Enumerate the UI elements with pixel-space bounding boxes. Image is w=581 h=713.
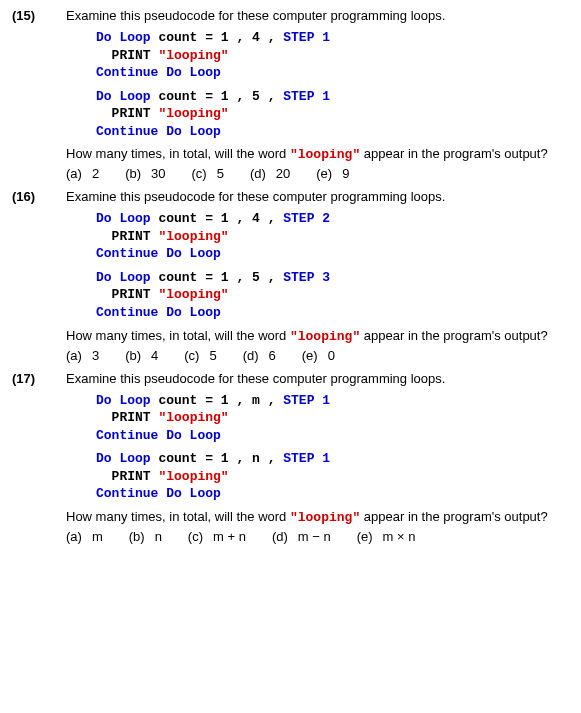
option-value: 6 (269, 348, 276, 363)
question-followup: How many times, in total, will the word … (66, 509, 569, 525)
code-string: "looping" (158, 410, 228, 425)
option-label: (e) (316, 166, 332, 181)
option-a: (a)3 (66, 348, 99, 363)
option-value: 9 (342, 166, 349, 181)
option-value: 5 (217, 166, 224, 181)
followup-text: How many times, in total, will the word (66, 509, 290, 524)
code-string: "looping" (158, 287, 228, 302)
code-keyword: Do Loop (96, 270, 151, 285)
answer-options: (a)3 (b)4 (c)5 (d)6 (e)0 (66, 348, 569, 363)
followup-text: How many times, in total, will the word (66, 146, 290, 161)
option-value: 20 (276, 166, 290, 181)
code-text: count = 1 , m , (151, 393, 284, 408)
option-e: (e)m × n (357, 529, 416, 544)
code-text: count = 1 , 4 , (151, 211, 284, 226)
option-value: n (155, 529, 162, 544)
question-header: (17) Examine this pseudocode for these c… (12, 371, 569, 386)
code-keyword: STEP 1 (283, 89, 330, 104)
question-header: (16) Examine this pseudocode for these c… (12, 189, 569, 204)
option-b: (b)n (129, 529, 162, 544)
option-e: (e)9 (316, 166, 349, 181)
question-number: (17) (12, 371, 66, 386)
followup-code: "looping" (290, 329, 360, 344)
code-text: count = 1 , 5 , (151, 89, 284, 104)
option-value: 3 (92, 348, 99, 363)
option-e: (e)0 (302, 348, 335, 363)
followup-text: appear in the program's output? (360, 328, 548, 343)
code-keyword: Do Loop (96, 211, 151, 226)
option-c: (c)5 (184, 348, 216, 363)
option-d: (d)20 (250, 166, 290, 181)
option-value: 0 (328, 348, 335, 363)
question-prompt: Examine this pseudocode for these comput… (66, 189, 569, 204)
question-prompt: Examine this pseudocode for these comput… (66, 8, 569, 23)
option-label: (c) (184, 348, 199, 363)
code-block-2: Do Loop count = 1 , n , STEP 1 PRINT "lo… (96, 450, 569, 503)
code-keyword: STEP 1 (283, 30, 330, 45)
option-label: (e) (357, 529, 373, 544)
followup-text: How many times, in total, will the word (66, 328, 290, 343)
option-value: m − n (298, 529, 331, 544)
code-keyword: Do Loop (96, 451, 151, 466)
code-keyword: Do Loop (96, 393, 151, 408)
question-16: (16) Examine this pseudocode for these c… (12, 189, 569, 362)
code-text: PRINT (96, 410, 158, 425)
code-keyword: Continue Do Loop (96, 428, 221, 443)
code-block-2: Do Loop count = 1 , 5 , STEP 3 PRINT "lo… (96, 269, 569, 322)
code-keyword: STEP 3 (283, 270, 330, 285)
code-text: PRINT (96, 287, 158, 302)
option-d: (d)6 (243, 348, 276, 363)
option-d: (d)m − n (272, 529, 331, 544)
code-keyword: Continue Do Loop (96, 305, 221, 320)
option-value: m (92, 529, 103, 544)
option-c: (c)5 (191, 166, 223, 181)
code-keyword: Continue Do Loop (96, 65, 221, 80)
option-label: (b) (125, 348, 141, 363)
option-value: 5 (209, 348, 216, 363)
option-label: (d) (250, 166, 266, 181)
option-value: 4 (151, 348, 158, 363)
option-label: (b) (129, 529, 145, 544)
option-value: 30 (151, 166, 165, 181)
code-string: "looping" (158, 469, 228, 484)
question-header: (15) Examine this pseudocode for these c… (12, 8, 569, 23)
code-text: count = 1 , 5 , (151, 270, 284, 285)
option-label: (b) (125, 166, 141, 181)
option-label: (e) (302, 348, 318, 363)
code-keyword: Continue Do Loop (96, 124, 221, 139)
code-keyword: Do Loop (96, 30, 151, 45)
code-block-1: Do Loop count = 1 , m , STEP 1 PRINT "lo… (96, 392, 569, 445)
code-keyword: STEP 1 (283, 393, 330, 408)
code-keyword: STEP 1 (283, 451, 330, 466)
answer-options: (a)2 (b)30 (c)5 (d)20 (e)9 (66, 166, 569, 181)
code-keyword: STEP 2 (283, 211, 330, 226)
followup-code: "looping" (290, 510, 360, 525)
option-b: (b)4 (125, 348, 158, 363)
option-label: (d) (272, 529, 288, 544)
option-a: (a)m (66, 529, 103, 544)
code-text: PRINT (96, 106, 158, 121)
option-label: (d) (243, 348, 259, 363)
option-value: 2 (92, 166, 99, 181)
option-a: (a)2 (66, 166, 99, 181)
code-keyword: Do Loop (96, 89, 151, 104)
option-label: (a) (66, 529, 82, 544)
code-text: PRINT (96, 48, 158, 63)
option-label: (a) (66, 166, 82, 181)
option-c: (c)m + n (188, 529, 246, 544)
followup-text: appear in the program's output? (360, 509, 548, 524)
code-text: PRINT (96, 469, 158, 484)
code-keyword: Continue Do Loop (96, 246, 221, 261)
question-number: (16) (12, 189, 66, 204)
code-string: "looping" (158, 106, 228, 121)
question-number: (15) (12, 8, 66, 23)
question-prompt: Examine this pseudocode for these comput… (66, 371, 569, 386)
code-block-1: Do Loop count = 1 , 4 , STEP 1 PRINT "lo… (96, 29, 569, 82)
question-15: (15) Examine this pseudocode for these c… (12, 8, 569, 181)
code-keyword: Continue Do Loop (96, 486, 221, 501)
code-string: "looping" (158, 229, 228, 244)
question-followup: How many times, in total, will the word … (66, 328, 569, 344)
option-b: (b)30 (125, 166, 165, 181)
option-label: (c) (191, 166, 206, 181)
option-label: (a) (66, 348, 82, 363)
